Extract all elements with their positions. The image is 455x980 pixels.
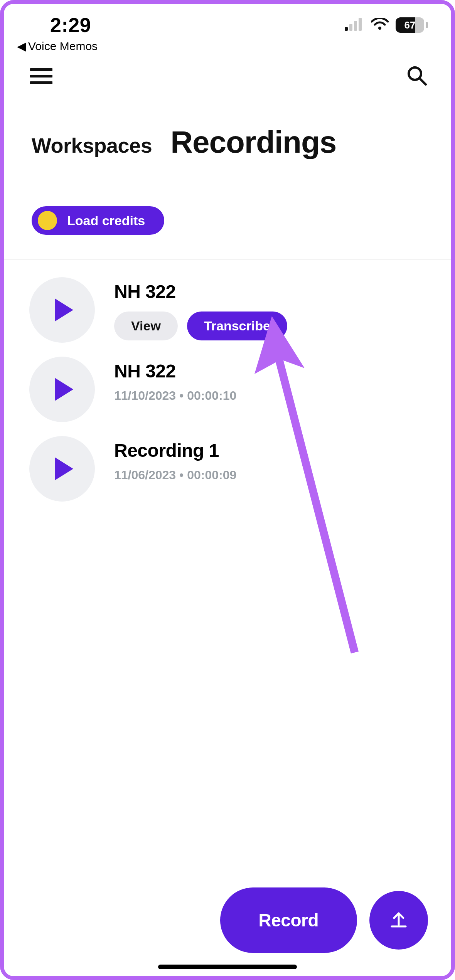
back-caret-icon: ◀ <box>17 39 26 53</box>
svg-rect-0 <box>345 27 348 31</box>
screen: 2:29 <box>4 4 451 976</box>
svg-rect-3 <box>359 18 362 31</box>
play-icon <box>55 298 73 322</box>
recording-title: Recording 1 <box>114 440 236 461</box>
play-icon <box>55 457 73 480</box>
battery-level: 67 <box>396 17 424 33</box>
recording-body: NH 322 11/10/2023 • 00:00:10 <box>114 357 236 403</box>
svg-rect-2 <box>354 21 357 31</box>
credits-row: Load credits <box>4 160 451 235</box>
recording-item[interactable]: NH 322 View Transcribe <box>29 277 424 343</box>
bottom-actions: Record <box>4 887 451 953</box>
status-right: 67 <box>345 17 428 33</box>
view-label: View <box>131 318 161 333</box>
svg-point-4 <box>378 27 381 30</box>
back-to-app-label: Voice Memos <box>28 40 98 53</box>
cellular-icon <box>345 18 364 32</box>
app-bar <box>4 53 451 95</box>
play-icon <box>55 378 73 401</box>
device-frame: 2:29 <box>0 0 455 980</box>
coin-icon <box>38 211 57 230</box>
status-left: 2:29 <box>50 13 91 37</box>
svg-rect-1 <box>349 24 352 31</box>
recording-title: NH 322 <box>114 281 287 302</box>
recording-meta: 11/06/2023 • 00:00:09 <box>114 468 236 482</box>
recording-item[interactable]: NH 322 11/10/2023 • 00:00:10 <box>29 357 424 422</box>
record-label: Record <box>259 910 318 930</box>
recording-actions: View Transcribe <box>114 312 287 340</box>
load-credits-label: Load credits <box>67 213 145 228</box>
recording-meta: 11/10/2023 • 00:00:10 <box>114 389 236 403</box>
upload-icon <box>388 909 410 931</box>
view-button[interactable]: View <box>114 312 178 340</box>
page-title: Recordings <box>170 125 336 160</box>
wifi-icon <box>371 18 389 32</box>
play-button[interactable] <box>29 436 95 502</box>
svg-line-6 <box>420 78 426 84</box>
record-button[interactable]: Record <box>220 887 357 953</box>
recording-title: NH 322 <box>114 360 236 382</box>
search-button[interactable] <box>406 64 427 88</box>
status-time: 2:29 <box>50 13 91 37</box>
back-to-app[interactable]: ◀ Voice Memos <box>4 39 451 53</box>
load-credits-button[interactable]: Load credits <box>32 206 164 235</box>
recordings-list: NH 322 View Transcribe NH <box>4 260 451 502</box>
transcribe-button[interactable]: Transcribe <box>187 312 287 340</box>
play-button[interactable] <box>29 357 95 422</box>
recording-item[interactable]: Recording 1 11/06/2023 • 00:00:09 <box>29 436 424 502</box>
play-button[interactable] <box>29 277 95 343</box>
title-row: Workspaces Recordings <box>4 95 451 160</box>
battery-icon: 67 <box>396 17 428 33</box>
transcribe-label: Transcribe <box>204 318 270 333</box>
breadcrumb[interactable]: Workspaces <box>32 133 152 157</box>
home-indicator[interactable] <box>158 965 297 969</box>
menu-button[interactable] <box>30 68 52 84</box>
search-icon <box>406 64 427 86</box>
upload-button[interactable] <box>369 891 428 950</box>
recording-body: Recording 1 11/06/2023 • 00:00:09 <box>114 436 236 482</box>
recording-body: NH 322 View Transcribe <box>114 277 287 340</box>
